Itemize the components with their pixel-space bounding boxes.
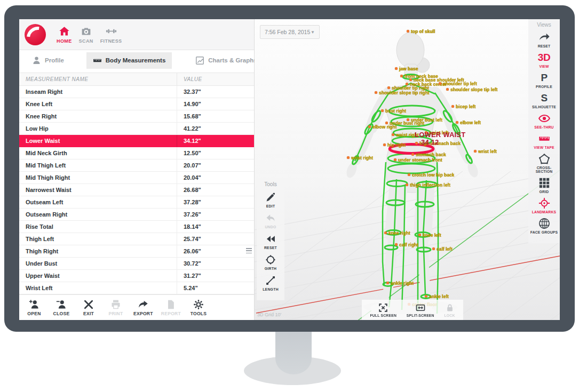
landmark-dot <box>368 125 371 128</box>
tool-button[interactable]: LENGTH <box>257 275 284 291</box>
nav-item[interactable]: HOME <box>57 26 72 44</box>
panel-resize-handle[interactable] <box>245 246 252 255</box>
table-row[interactable]: Knee Left 14.90" <box>19 98 254 110</box>
view-option-button[interactable]: SEE-THRU <box>528 113 560 129</box>
landmark-label: thigh inflection left <box>406 180 450 189</box>
view-option-button[interactable]: P PROFILE <box>528 72 560 89</box>
view-option-button[interactable]: S SILHOUETTE <box>528 92 560 109</box>
landmark-dot <box>395 67 398 70</box>
view-option-icon <box>538 113 550 124</box>
table-row[interactable]: Rise Total 18.14" <box>19 221 254 233</box>
landmark-dot <box>395 243 398 246</box>
landmark-label: calf left <box>432 244 453 253</box>
table-row[interactable]: Low Hip 41.22" <box>19 123 254 135</box>
column-header-value: VALUE <box>177 73 254 85</box>
3d-viewer[interactable]: top of skull jaw base front neck base ne… <box>255 19 560 320</box>
toolbar-button[interactable]: EXIT <box>79 299 98 316</box>
nav-item[interactable]: SCAN <box>79 26 93 44</box>
view-option-button[interactable]: GRID <box>528 177 560 194</box>
selected-measurement-label: LOWER WAIST 34.12 <box>415 132 465 146</box>
view-option-button[interactable]: CROSS-SECTION <box>528 153 560 173</box>
toolbar-icon <box>83 299 94 310</box>
screen-mode-icon <box>416 303 425 313</box>
measurement-value: 37.28" <box>177 196 254 208</box>
section-tab[interactable]: Charts & Graphs <box>189 52 263 69</box>
view-option-button[interactable]: LANDMARKS <box>528 197 560 214</box>
tool-button[interactable]: GIRTH <box>257 254 284 270</box>
view-option-button[interactable]: VIEW TAPE <box>528 133 560 149</box>
landmark-dot <box>474 150 477 153</box>
table-row[interactable]: Lower Waist 34.12" <box>19 135 254 147</box>
measurement-name: Narrowest Waist <box>19 184 177 196</box>
toolbar-button[interactable]: EXPORT <box>133 299 153 316</box>
landmark-dot <box>407 30 409 33</box>
tool-icon <box>265 234 276 244</box>
selected-measurement-value: 34.12 <box>421 139 465 146</box>
tools-panel: Tools EDIT UNDO RESET GIRTH <box>257 179 284 300</box>
landmark-dot <box>394 158 396 161</box>
screen-mode-button[interactable]: FULL SCREEN <box>370 303 396 317</box>
measurement-name: Lower Waist <box>19 135 177 147</box>
toolbar-icon <box>110 299 121 310</box>
toolbar-button[interactable]: TOOLS <box>189 299 208 316</box>
landmark-dot <box>347 156 350 159</box>
view-option-icon <box>538 31 550 43</box>
views-panel: Views RESET 3D VIEW P PROFILE S SILHO <box>528 19 560 243</box>
landmark-dot <box>456 121 458 124</box>
section-tab[interactable]: Profile <box>26 52 70 69</box>
section-tab[interactable]: Body Measurements <box>86 52 172 69</box>
measurement-value: 25.74" <box>177 233 254 245</box>
measurement-name: Upper Waist <box>19 270 177 282</box>
table-row[interactable]: Under Bust 30.72" <box>19 258 254 270</box>
nav-item[interactable]: FITNESS <box>100 26 122 44</box>
table-row[interactable]: Thigh Left 25.74" <box>19 233 254 245</box>
screen-mode-icon <box>445 303 455 313</box>
tool-icon <box>265 213 276 223</box>
bottom-toolbar: OPEN CLOSE EXIT PRINT EXPORT <box>19 294 254 320</box>
table-row[interactable]: Outseam Right 37.26" <box>19 209 254 221</box>
table-row[interactable]: Narrowest Waist 26.68" <box>19 184 254 196</box>
toolbar-button[interactable]: PRINT <box>106 299 125 316</box>
landmark-dot <box>446 88 449 91</box>
landmark-dot <box>432 247 435 250</box>
table-row[interactable]: Mid Thigh Left 20.07" <box>19 159 254 172</box>
toolbar-button[interactable]: OPEN <box>25 299 44 316</box>
app-window: HOME SCAN FITNESS P <box>19 19 560 320</box>
toolbar-button[interactable]: REPORT <box>161 299 181 316</box>
tool-button[interactable]: RESET <box>257 234 284 250</box>
section-tabs: Profile Body Measurements Charts & Graph… <box>19 50 254 70</box>
view-option-button[interactable]: RESET <box>528 31 560 48</box>
view-option-icon <box>538 197 550 209</box>
table-row[interactable]: Mid Neck Girth 12.50" <box>19 147 254 159</box>
tool-button[interactable]: UNDO <box>257 213 284 229</box>
table-row[interactable]: Upper Waist 31.27" <box>19 270 254 282</box>
measurement-name: Low Hip <box>19 123 177 134</box>
scan-date-select[interactable]: 7:56 Feb 28, 2015 ▼ <box>260 25 320 39</box>
landmark-dot <box>425 295 427 298</box>
left-panel: HOME SCAN FITNESS P <box>19 19 255 320</box>
toolbar-button[interactable]: CLOSE <box>52 299 71 316</box>
measurement-value: 20.04" <box>177 172 254 183</box>
landmark-dot <box>392 133 394 136</box>
table-row[interactable]: Thigh Right 26.06" <box>19 245 254 258</box>
view-option-icon <box>538 218 550 229</box>
screen-mode-button[interactable]: SPLIT-SCREEN <box>407 303 434 317</box>
landmark-dot <box>439 82 441 85</box>
view-option-button[interactable]: 3D VIEW <box>528 52 560 68</box>
table-row[interactable]: Inseam Right 32.37" <box>19 86 254 98</box>
app-header: HOME SCAN FITNESS <box>19 19 254 50</box>
chevron-down-icon: ▼ <box>311 30 315 35</box>
monitor-stand-neck <box>275 330 312 374</box>
screen-mode-button[interactable]: LOCK <box>445 303 455 317</box>
measurement-value: 41.22" <box>177 123 254 134</box>
table-row[interactable]: Mid Thigh Right 20.04" <box>19 172 254 184</box>
measurement-value: 26.68" <box>177 184 254 196</box>
table-row[interactable]: Outseam Left 37.28" <box>19 196 254 209</box>
landmark-dot <box>383 143 386 146</box>
table-row[interactable]: Knee Right 15.68" <box>19 110 254 123</box>
measurement-value: 5.24" <box>177 282 254 294</box>
tool-button[interactable]: EDIT <box>257 192 284 208</box>
table-row[interactable]: Wrist Left 5.24" <box>19 282 254 294</box>
measurement-value: 15.68" <box>177 110 254 122</box>
view-option-button[interactable]: FACE GROUPS <box>528 218 560 234</box>
